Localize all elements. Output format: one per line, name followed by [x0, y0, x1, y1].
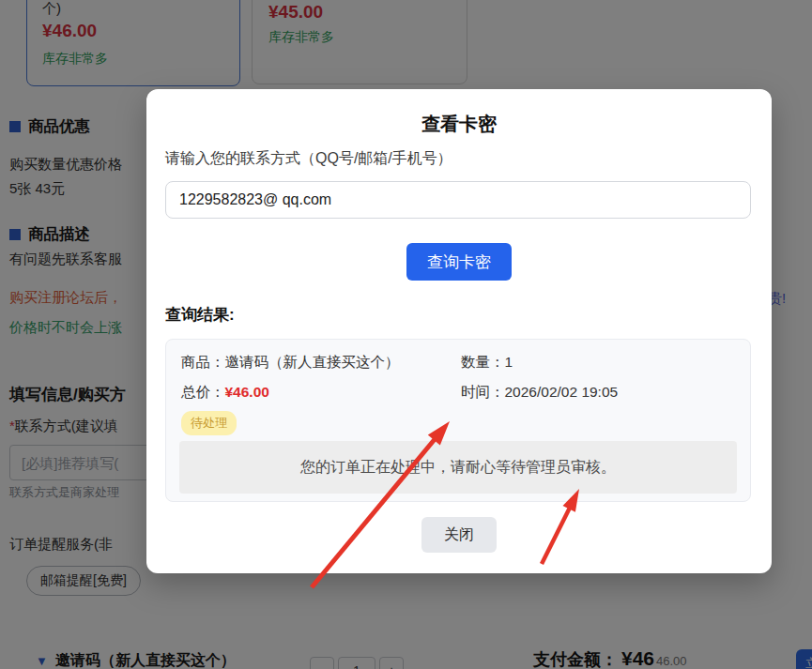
result-product-value: 邀请码（新人直接买这个） [225, 354, 400, 370]
result-total-value: ¥46.00 [225, 384, 269, 400]
result-total: 总价：¥46.00 [181, 383, 269, 403]
result-time: 时间：2026/02/02 19:05 [461, 383, 618, 403]
result-qty-value: 1 [505, 354, 513, 370]
result-time-label: 时间： [461, 384, 505, 400]
modal-contact-input[interactable] [165, 181, 751, 219]
result-product: 商品：邀请码（新人直接买这个） [181, 353, 400, 373]
modal-contact-label: 请输入您的联系方式（QQ号/邮箱/手机号） [165, 149, 452, 169]
close-button[interactable]: 关闭 [421, 517, 497, 553]
page: 个) ¥46.00 库存非常多 ¥45.00 库存非常多 商品优惠 购买数量优惠… [0, 0, 812, 669]
query-card-secret-button[interactable]: 查询卡密 [406, 243, 512, 281]
query-result-title: 查询结果: [165, 304, 235, 326]
result-product-label: 商品： [181, 354, 225, 370]
result-qty: 数量：1 [461, 353, 513, 373]
modal-title: 查看卡密 [146, 112, 772, 137]
status-badge: 待处理 [181, 411, 237, 435]
result-time-value: 2026/02/02 19:05 [505, 384, 619, 400]
result-qty-label: 数量： [461, 354, 505, 370]
query-result-card: 商品：邀请码（新人直接买这个） 数量：1 总价：¥46.00 时间：2026/0… [165, 339, 751, 502]
view-card-secret-modal: 查看卡密 请输入您的联系方式（QQ号/邮箱/手机号） 查询卡密 查询结果: 商品… [146, 89, 772, 573]
result-total-label: 总价： [181, 384, 225, 400]
order-processing-message: 您的订单正在处理中，请耐心等待管理员审核。 [179, 441, 737, 494]
